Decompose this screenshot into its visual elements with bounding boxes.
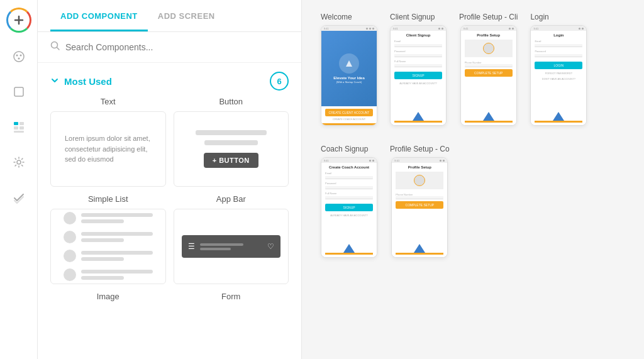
l7 [81,270,153,273]
component-image: Image [50,292,166,301]
component-form-label: Form [221,292,240,301]
phone-status-signup: 9:41 [391,26,446,31]
welcome-link: CREATE COACH ACCOUNT [325,118,373,121]
component-form: Form [174,292,289,301]
profile-co-photo [396,172,443,189]
footer-bar-3 [535,121,582,123]
phone-status-profile: 9:41 [461,26,516,31]
footer-mascot [413,112,424,121]
profile-fields: Phone Number COMPLETE SETUP [465,61,513,77]
coach-pass-label: Password [325,182,373,185]
layers-icon[interactable] [8,80,30,103]
component-list-card[interactable] [50,209,166,284]
components-icon[interactable] [8,116,30,138]
coach-email-label: Email [325,172,373,175]
footer-bar-4 [325,253,373,255]
footer-area-4 [321,241,377,257]
login-btn: LOGIN [535,62,582,69]
text-preview-content: Lorem ipsum dolor sit amet, consectetur … [58,127,158,171]
avatar-circle [483,43,494,54]
tab-add-component[interactable]: ADD COMPONENT [50,0,148,31]
l5 [81,251,153,255]
screen-profile-setup-co[interactable]: Profile Setup - Co 9:41 Profile Setup Ph… [390,145,450,258]
panel-scroll-area[interactable]: Most Used 6 Text Lorem ipsum dolor sit a… [38,63,301,359]
footer-mascot-3 [553,112,564,121]
screen-welcome-title: Welcome [321,13,352,21]
welcome-cta-btn: CREATE CLIENT ACCOUNT [325,109,373,116]
footer-mascot-2 [483,112,494,121]
phone-status-login: 9:41 [531,26,586,31]
main-content: Welcome 9:41 [302,0,644,359]
login-email-label: Email [535,40,582,43]
screen-client-signup[interactable]: Client Signup 9:41 Client Signup Email P… [390,13,447,126]
screen-coach-signup[interactable]: Coach Signup 9:41 Create Coach Account E… [321,145,377,258]
add-button[interactable] [6,8,31,33]
add-component-panel: ADD COMPONENT ADD SCREEN Most Used 6 [38,0,302,359]
search-icon [50,41,60,53]
field-email: Email [394,40,442,43]
profile-co-title-text: Profile Setup [396,165,443,169]
footer-orange-bar [321,123,377,125]
component-appbar-card[interactable]: ☰ ♡ [174,209,289,284]
svg-point-5 [18,58,19,60]
status-icons-3 [509,28,514,30]
footer-area [391,109,446,125]
footer-bar-5 [396,253,443,255]
avatar-circle-co [414,175,425,186]
search-input[interactable] [65,42,289,52]
component-appbar-label: App Bar [216,194,246,204]
screen-profile-setup-cli[interactable]: Profile Setup - Cli 9:41 Profile Setup P… [459,13,518,126]
status-time-2: 9:41 [393,27,398,30]
settings-icon[interactable] [8,151,30,174]
ab2 [200,248,231,250]
input-phone [465,64,513,67]
l6 [81,257,124,261]
component-text: Text Lorem ipsum dolor sit amet, consect… [50,97,166,187]
footer-area-3 [531,109,586,125]
chevron-down-icon[interactable] [50,76,59,87]
menu-icon: ☰ [188,242,195,251]
welcome-hero: Elevate Your Idea(With a Startup Coach) [321,31,377,106]
screen-login[interactable]: Login 9:41 Login Email Password LOGIN FO… [530,13,587,126]
input-fullname [394,64,442,67]
coach-name-label: Full Name [325,192,373,195]
svg-rect-9 [14,126,18,130]
login-pass-input [535,54,582,57]
field-password: Password [394,50,442,53]
status-time-4: 9:41 [533,27,538,30]
status-icons-5 [369,160,374,162]
screen-welcome[interactable]: Welcome 9:41 [321,13,377,126]
component-text-card[interactable]: Lorem ipsum dolor sit amet, consectetur … [50,111,166,187]
svg-point-2 [14,52,24,62]
l8 [81,276,124,280]
appbar-preview: ☰ ♡ [182,235,281,258]
signup-form-content: Client Signup Email Password Full Name S… [391,31,446,109]
list-preview [58,209,158,284]
heart-icon: ♡ [267,242,274,251]
palette-icon[interactable] [8,45,30,68]
already-account: ALREADY HAVE AN ACCOUNT? [394,82,442,85]
check-mark-icon[interactable] [8,186,30,209]
login-content: Login Email Password LOGIN FORGOT PASSWO… [531,31,586,109]
list-row-4 [64,268,153,281]
phone-frame-profile-co: 9:41 Profile Setup Phone Number COMPLETE… [391,157,448,258]
phone-frame-signup: 9:41 Client Signup Email Password Full N… [390,25,447,126]
login-email-input [535,44,582,47]
footer-bar-2 [465,121,513,123]
svg-rect-8 [19,122,24,125]
list-avatar-1 [64,212,76,224]
input-email [394,44,442,47]
tab-add-screen[interactable]: ADD SCREEN [148,0,225,31]
component-simple-list: Simple List [50,194,166,284]
components-grid: Text Lorem ipsum dolor sit amet, consect… [38,97,301,284]
component-button-card[interactable]: + BUTTON [174,111,289,187]
phone-frame-welcome: 9:41 Elevate Your Idea(Wi [321,25,377,126]
panel-tabs: ADD COMPONENT ADD SCREEN [38,0,301,32]
footer-mascot-4 [343,244,355,253]
svg-marker-15 [346,60,352,67]
list-avatar-2 [64,231,76,243]
screen-coach-title: Coach Signup [321,145,368,153]
login-pass-label: Password [535,50,582,53]
svg-point-4 [19,55,21,57]
complete-setup-btn: COMPLETE SETUP [465,69,513,77]
